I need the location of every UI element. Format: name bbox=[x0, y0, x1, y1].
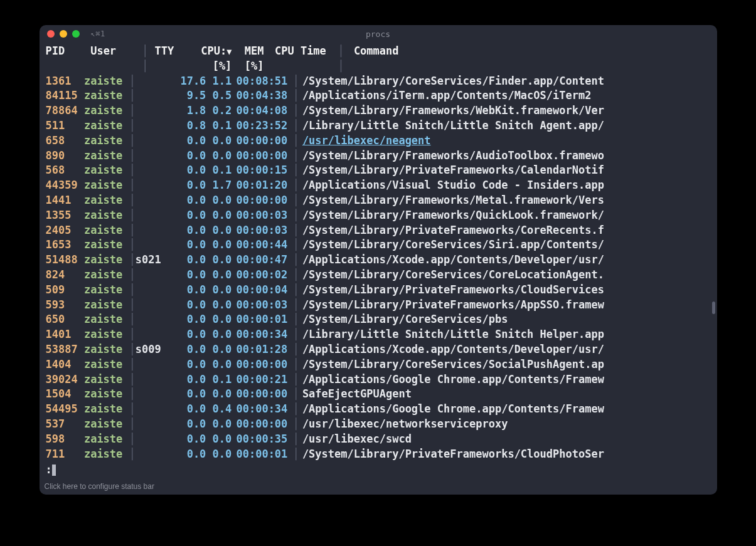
cell-user: zaiste bbox=[84, 417, 129, 432]
process-row[interactable]: 1355zaiste│0.00.000:00:03│/System/Librar… bbox=[46, 208, 711, 223]
process-row[interactable]: 39024zaiste│0.00.100:00:21│/Applications… bbox=[46, 372, 711, 387]
header-user[interactable]: User bbox=[90, 44, 136, 59]
process-row[interactable]: 598zaiste│0.00.000:00:35│/usr/libexec/sw… bbox=[46, 432, 711, 447]
cell-command-link[interactable]: /usr/libexec/neagent bbox=[302, 134, 431, 149]
tab-indicator[interactable]: ↖⌘1 bbox=[91, 29, 105, 38]
zoom-icon[interactable] bbox=[72, 30, 80, 38]
process-row[interactable]: 1504zaiste│0.00.000:00:00│SafeEjectGPUAg… bbox=[46, 387, 711, 402]
process-row[interactable]: 658zaiste│0.00.000:00:00│/usr/libexec/ne… bbox=[46, 134, 711, 149]
column-separator: │ bbox=[129, 149, 136, 164]
status-bar[interactable]: Click here to configure status bar bbox=[40, 480, 717, 495]
process-row[interactable]: 593zaiste│0.00.000:00:03│/System/Library… bbox=[46, 298, 711, 313]
cell-cpu: 0.0 bbox=[168, 268, 206, 283]
process-row[interactable]: 511zaiste│0.80.100:23:52│/Library/Little… bbox=[46, 118, 711, 134]
cell-command: /System/Library/CoreServices/pbs bbox=[302, 312, 508, 327]
cell-user: zaiste bbox=[84, 238, 129, 253]
process-row[interactable]: 1361zaiste│17.61.100:08:51│/System/Libra… bbox=[46, 74, 711, 89]
header-tty[interactable]: TTY bbox=[155, 44, 187, 59]
cell-mem: 0.0 bbox=[206, 193, 232, 208]
column-separator: │ bbox=[289, 163, 302, 178]
header-command[interactable]: Command bbox=[354, 44, 399, 59]
process-row[interactable]: 44359zaiste│0.01.700:01:20│/Applications… bbox=[46, 178, 711, 193]
cell-user: zaiste bbox=[84, 342, 129, 357]
process-row[interactable]: 1404zaiste│0.00.000:00:00│/System/Librar… bbox=[46, 357, 711, 372]
cell-user: zaiste bbox=[84, 357, 129, 372]
process-row[interactable]: 78864zaiste│1.80.200:04:08│/System/Libra… bbox=[46, 103, 711, 118]
cell-mem: 0.0 bbox=[206, 134, 232, 149]
header-mem[interactable]: MEM bbox=[238, 44, 264, 59]
cell-user: zaiste bbox=[84, 327, 129, 342]
cell-cpu: 0.0 bbox=[168, 342, 206, 357]
cell-user: zaiste bbox=[84, 118, 129, 134]
cell-user: zaiste bbox=[84, 268, 129, 283]
column-separator: │ bbox=[129, 447, 136, 462]
header-cpu-time[interactable]: CPU Time bbox=[270, 44, 328, 59]
column-separator: │ bbox=[334, 44, 347, 59]
cell-user: zaiste bbox=[84, 88, 129, 103]
cell-user: zaiste bbox=[84, 208, 129, 223]
command-prompt[interactable]: : bbox=[46, 463, 711, 478]
process-row[interactable]: 537zaiste│0.00.000:00:00│/usr/libexec/ne… bbox=[46, 417, 711, 432]
process-row[interactable]: 650zaiste│0.00.000:00:01│/System/Library… bbox=[46, 312, 711, 327]
process-row[interactable]: 84115zaiste│9.50.500:04:38│/Applications… bbox=[46, 88, 711, 103]
process-row[interactable]: 1653zaiste│0.00.000:00:44│/System/Librar… bbox=[46, 238, 711, 253]
column-separator: │ bbox=[289, 208, 302, 223]
process-row[interactable]: 2405zaiste│0.00.000:00:03│/System/Librar… bbox=[46, 223, 711, 238]
process-row[interactable]: 1441zaiste│0.00.000:00:00│/System/Librar… bbox=[46, 193, 711, 208]
cell-cpu: 0.0 bbox=[168, 193, 206, 208]
header-pid[interactable]: PID bbox=[46, 44, 84, 59]
scrollbar[interactable] bbox=[712, 46, 715, 458]
process-row[interactable]: 54495zaiste│0.00.400:00:34│/Applications… bbox=[46, 402, 711, 417]
column-separator: │ bbox=[289, 74, 302, 89]
cell-command: /System/Library/PrivateFrameworks/CloudS… bbox=[302, 283, 604, 298]
cell-mem: 0.0 bbox=[206, 417, 232, 432]
column-separator: │ bbox=[129, 223, 136, 238]
process-row[interactable]: 824zaiste│0.00.000:00:02│/System/Library… bbox=[46, 268, 711, 283]
cell-time: 00:00:44 bbox=[232, 238, 289, 253]
terminal-content[interactable]: PID User │ TTY CPU:▼ MEM CPU Time │ Comm… bbox=[40, 43, 717, 480]
cell-pid: 2405 bbox=[46, 223, 84, 238]
cell-mem: 0.1 bbox=[206, 372, 232, 387]
cell-mem: 0.0 bbox=[206, 253, 232, 268]
cell-cpu: 0.0 bbox=[168, 163, 206, 178]
cell-pid: 1504 bbox=[46, 387, 84, 402]
cell-command: /System/Library/CoreServices/Siri.app/Co… bbox=[302, 238, 604, 253]
cell-mem: 0.2 bbox=[206, 103, 232, 118]
process-row[interactable]: 1401zaiste│0.00.000:00:34│/Library/Littl… bbox=[46, 327, 711, 342]
column-separator: │ bbox=[129, 268, 136, 283]
cell-pid: 84115 bbox=[46, 88, 84, 103]
column-separator: │ bbox=[129, 372, 136, 387]
cell-pid: 1361 bbox=[46, 74, 84, 89]
cell-command: /System/Library/PrivateFrameworks/CloudP… bbox=[302, 447, 604, 462]
cell-mem: 0.0 bbox=[206, 268, 232, 283]
cell-user: zaiste bbox=[84, 103, 129, 118]
cell-user: zaiste bbox=[84, 223, 129, 238]
column-separator: │ bbox=[289, 357, 302, 372]
cell-command: /System/Library/PrivateFrameworks/CoreRe… bbox=[302, 223, 604, 238]
column-separator: │ bbox=[129, 402, 136, 417]
cell-cpu: 0.0 bbox=[168, 312, 206, 327]
process-row[interactable]: 711zaiste│0.00.000:00:01│/System/Library… bbox=[46, 447, 711, 462]
cell-command: /usr/libexec/networkserviceproxy bbox=[302, 417, 508, 432]
cell-pid: 711 bbox=[46, 447, 84, 462]
column-separator: │ bbox=[129, 387, 136, 402]
process-row[interactable]: 568zaiste│0.00.100:00:15│/System/Library… bbox=[46, 163, 711, 178]
process-row[interactable]: 53887zaiste│s0090.00.000:01:28│/Applicat… bbox=[46, 342, 711, 357]
cell-time: 00:00:00 bbox=[232, 134, 289, 149]
cell-command: /System/Library/CoreServices/SocialPushA… bbox=[302, 357, 604, 372]
close-icon[interactable] bbox=[47, 30, 55, 38]
process-row[interactable]: 51488zaiste│s0210.00.000:00:47│/Applicat… bbox=[46, 253, 711, 268]
process-row[interactable]: 509zaiste│0.00.000:00:04│/System/Library… bbox=[46, 283, 711, 298]
minimize-icon[interactable] bbox=[60, 30, 67, 38]
cell-mem: 0.0 bbox=[206, 149, 232, 164]
cell-command: SafeEjectGPUAgent bbox=[302, 387, 412, 402]
column-separator: │ bbox=[129, 103, 136, 118]
sort-desc-icon: ▼ bbox=[226, 46, 232, 56]
cell-pid: 509 bbox=[46, 283, 84, 298]
header-cpu[interactable]: CPU:▼ bbox=[193, 44, 232, 59]
cell-time: 00:04:38 bbox=[232, 88, 289, 103]
cell-user: zaiste bbox=[84, 283, 129, 298]
column-separator: │ bbox=[129, 118, 136, 134]
process-row[interactable]: 890zaiste│0.00.000:00:00│/System/Library… bbox=[46, 149, 711, 164]
column-separator: │ bbox=[334, 59, 347, 74]
